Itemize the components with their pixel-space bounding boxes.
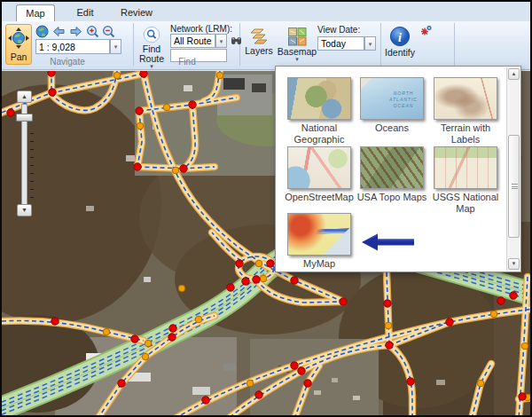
network-lrm-dropdown-button[interactable]: ▾ bbox=[215, 34, 227, 48]
gallery-scrollbar[interactable]: ▲ ▼ bbox=[506, 67, 520, 271]
basemap-thumbnail-usa-topo-maps[interactable] bbox=[360, 146, 424, 189]
group-label-find: Find bbox=[135, 57, 239, 67]
flag-route-icon[interactable] bbox=[419, 25, 433, 38]
identify-button[interactable]: i Identify bbox=[383, 24, 417, 65]
basemap-option-mymap[interactable]: MyMap bbox=[280, 213, 358, 270]
zoom-slider-ticks bbox=[30, 133, 34, 204]
basemap-thumbnail-national-geographic[interactable] bbox=[287, 77, 351, 120]
basemap-thumbnail-oceans[interactable]: NORTH ATLANTIC OCEAN bbox=[360, 77, 424, 120]
annotation-arrow-to-mymap bbox=[361, 232, 416, 251]
full-extent-globe-icon[interactable] bbox=[35, 25, 49, 38]
next-extent-arrow-icon[interactable] bbox=[69, 25, 82, 38]
basemap-thumbnail-usgs-national-map[interactable] bbox=[434, 146, 497, 189]
layers-button[interactable]: Layers bbox=[243, 24, 275, 67]
zoom-out-slider-button[interactable]: ▼ bbox=[17, 204, 32, 216]
layers-icon bbox=[249, 28, 269, 45]
map-zoom-slider[interactable]: ▲ ▼ bbox=[16, 90, 35, 216]
tab-edit[interactable]: Edit bbox=[67, 4, 103, 21]
identify-icon: i bbox=[389, 26, 411, 47]
basemap-option-usa-topo-maps[interactable]: USA Topo Maps bbox=[353, 146, 431, 203]
scroll-down-button[interactable]: ▼ bbox=[508, 258, 520, 270]
basemap-thumbnail-terrain-with-labels[interactable] bbox=[434, 77, 497, 120]
ribbon: Pan ▾ Navigate bbox=[2, 21, 530, 70]
basemap-thumbnail-mymap[interactable] bbox=[287, 213, 351, 256]
basemap-option-label: USGS National Map bbox=[426, 192, 505, 215]
network-lrm-select[interactable] bbox=[170, 34, 215, 48]
view-date-dropdown-button[interactable]: ▾ bbox=[364, 36, 376, 51]
basemap-option-label: OpenStreetMap bbox=[280, 192, 358, 203]
view-date-label: View Date: bbox=[317, 25, 360, 35]
scrollbar-thumb[interactable] bbox=[508, 135, 520, 238]
basemap-option-usgs-national-map[interactable]: USGS National Map bbox=[426, 146, 505, 215]
ribbon-tab-bar: Map Edit Review bbox=[2, 2, 530, 21]
scale-dropdown-button[interactable]: ▾ bbox=[110, 39, 121, 54]
group-label-navigate: Navigate bbox=[5, 57, 129, 67]
basemap-option-national-geographic[interactable]: National Geographic bbox=[280, 77, 358, 146]
zoom-in-slider-button[interactable]: ▲ bbox=[17, 90, 32, 103]
basemap-dropdown-caret[interactable]: ▾ bbox=[295, 57, 299, 61]
basemap-thumbnail-openstreetmap[interactable] bbox=[287, 146, 351, 189]
layers-label: Layers bbox=[245, 45, 273, 56]
basemap-option-openstreetmap[interactable]: OpenStreetMap bbox=[280, 146, 358, 203]
binoculars-search-icon[interactable] bbox=[231, 35, 242, 46]
basemap-option-oceans[interactable]: NORTH ATLANTIC OCEAN Oceans bbox=[353, 77, 431, 134]
basemap-gallery-panel: National Geographic NORTH ATLANTIC OCEAN… bbox=[275, 66, 521, 272]
zoom-in-icon[interactable] bbox=[86, 25, 99, 38]
map-scale-input[interactable] bbox=[35, 39, 110, 54]
basemap-option-label: MyMap bbox=[280, 258, 358, 270]
basemap-option-label: USA Topo Maps bbox=[353, 192, 431, 203]
basemap-option-label: Terrain with Labels bbox=[426, 122, 505, 146]
find-route-icon bbox=[141, 26, 162, 43]
previous-extent-arrow-icon[interactable] bbox=[52, 25, 66, 38]
svg-text:i: i bbox=[398, 31, 402, 44]
identify-label: Identify bbox=[385, 47, 415, 58]
scroll-up-button[interactable]: ▲ bbox=[508, 68, 520, 80]
oceans-thumbnail-text: NORTH ATLANTIC OCEAN bbox=[384, 90, 423, 109]
pan-globe-icon bbox=[8, 28, 29, 49]
basemap-button[interactable]: Basemap ▾ bbox=[277, 24, 317, 70]
basemap-option-terrain-with-labels[interactable]: Terrain with Labels bbox=[426, 77, 505, 146]
basemap-option-label: National Geographic bbox=[280, 122, 358, 146]
tab-map[interactable]: Map bbox=[16, 4, 55, 21]
network-lrm-label: Network (LRM): bbox=[170, 24, 232, 34]
zoom-out-icon[interactable] bbox=[102, 25, 115, 38]
zoom-slider-thumb[interactable] bbox=[16, 114, 33, 122]
tab-review[interactable]: Review bbox=[113, 4, 160, 21]
view-date-select[interactable] bbox=[317, 36, 364, 51]
basemap-option-label: Oceans bbox=[353, 122, 431, 134]
basemap-icon bbox=[288, 28, 307, 46]
app-window: ▲ ▼ Map Edit Review Pan bbox=[0, 0, 532, 417]
